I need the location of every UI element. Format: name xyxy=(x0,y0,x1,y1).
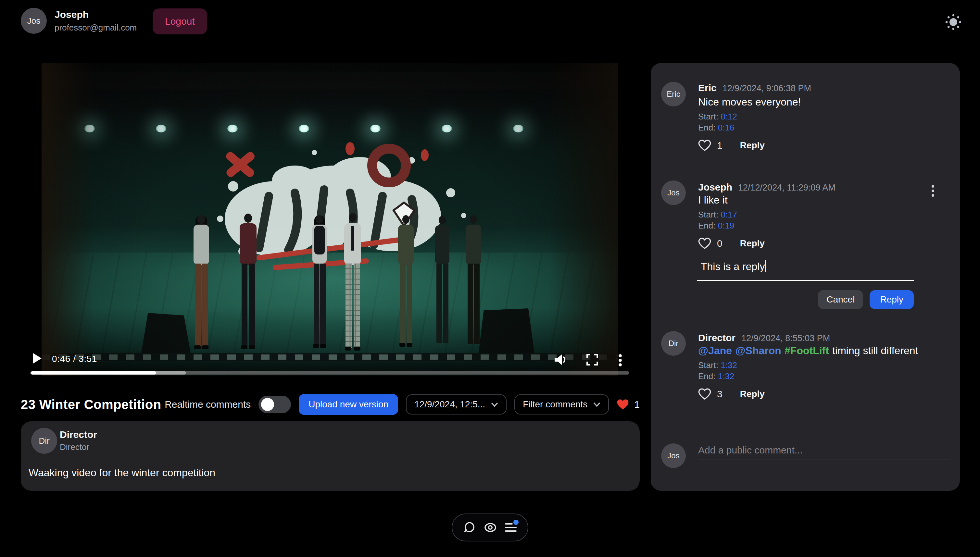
comment-text: I like it xyxy=(698,194,728,206)
realtime-comments-toggle[interactable] xyxy=(258,396,291,413)
cancel-button[interactable]: Cancel xyxy=(818,290,863,309)
comment-like-count: 3 xyxy=(717,389,722,399)
start-time-link[interactable]: 0:12 xyxy=(721,112,737,121)
comment-timestamp: 12/9/2024, 8:55:03 PM xyxy=(741,333,830,343)
comment-reply-button[interactable]: Reply xyxy=(740,238,765,249)
comment-like-button[interactable] xyxy=(698,140,711,151)
video-like-count: 1 xyxy=(634,399,640,410)
volume-button[interactable] xyxy=(554,354,567,365)
reply-actions: Cancel Reply xyxy=(697,290,914,309)
video-toolbar: 23 Winter Competition Realtime comments … xyxy=(21,394,640,415)
end-time-link[interactable]: 0:16 xyxy=(718,123,734,132)
venue-balcony xyxy=(42,72,618,89)
version-dropdown[interactable]: 12/9/2024, 12:5... xyxy=(406,394,507,415)
stage-light xyxy=(442,125,452,132)
comment-like-button[interactable] xyxy=(698,238,711,249)
progress-bar[interactable] xyxy=(31,371,629,375)
theme-toggle-button[interactable] xyxy=(945,14,962,31)
start-time-link[interactable]: 1:32 xyxy=(721,360,737,370)
heart-outline-icon xyxy=(698,388,711,400)
user-avatar: Jos xyxy=(21,8,47,34)
comment-avatar: Dir xyxy=(661,331,686,356)
stage-light xyxy=(299,125,309,132)
play-icon xyxy=(33,353,47,363)
comment-text: @Jane@Sharon#FootLifttiming still differ… xyxy=(698,345,918,357)
user-name: Joseph xyxy=(55,9,89,20)
comment-author: Eric12/9/2024, 9:06:38 PM xyxy=(698,83,811,93)
fullscreen-button[interactable] xyxy=(587,354,598,365)
video-title: 23 Winter Competition xyxy=(21,397,161,412)
settings-list-button[interactable] xyxy=(505,522,517,533)
comment-end-row: End: 0:16 xyxy=(698,123,734,133)
comment-menu-button[interactable] xyxy=(931,184,944,198)
stage-light xyxy=(85,125,95,132)
chat-bubble-icon xyxy=(463,522,475,533)
add-comment-input[interactable] xyxy=(698,441,949,460)
reply-input[interactable]: This is a reply xyxy=(697,256,914,281)
comment-reply-button[interactable]: Reply xyxy=(740,140,765,151)
comments-panel[interactable]: Eric Eric12/9/2024, 9:06:38 PM Nice move… xyxy=(651,63,960,491)
time-display: 0:46 / 3:51 xyxy=(52,354,97,364)
mention-link[interactable]: @Sharon xyxy=(735,345,781,357)
comment-text: Nice moves everyone! xyxy=(698,96,801,108)
heart-outline-icon xyxy=(698,238,711,249)
comment-author: Joseph12/12/2024, 11:29:09 AM xyxy=(698,182,835,193)
description-author: Director xyxy=(60,429,97,440)
footer-toolbar xyxy=(452,513,528,541)
description-text: Waaking video for the winter competition xyxy=(29,467,215,479)
comments-toggle-button[interactable] xyxy=(463,522,475,533)
comment-actions: 1 Reply xyxy=(698,139,765,152)
comment-avatar: Jos xyxy=(661,181,686,205)
upload-new-version-button[interactable]: Upload new version xyxy=(299,394,398,415)
video-like-button[interactable] xyxy=(616,399,629,410)
realtime-comments-label: Realtime comments xyxy=(165,399,251,410)
stage-light xyxy=(513,125,523,132)
chevron-down-icon xyxy=(593,402,600,407)
eye-icon xyxy=(484,522,496,533)
heart-filled-icon xyxy=(616,399,629,410)
mention-link[interactable]: @Jane xyxy=(698,345,732,357)
comment-actions: 0 Reply xyxy=(698,237,765,250)
stage-speaker xyxy=(141,313,191,355)
description-author-role: Director xyxy=(60,442,89,452)
stage-speaker xyxy=(478,308,535,358)
progress-fill xyxy=(31,371,156,375)
start-time-link[interactable]: 0:17 xyxy=(721,210,737,220)
comment-like-button[interactable] xyxy=(698,388,711,400)
comment-start-row: Start: 0:17 xyxy=(698,210,737,220)
comment-end-row: End: 1:32 xyxy=(698,371,734,381)
fullscreen-icon xyxy=(587,354,598,365)
app-root: Jos Joseph professor@gmail.com Logout xyxy=(0,0,980,557)
description-avatar: Dir xyxy=(31,428,57,454)
video-player[interactable]: 0:46 / 3:51 xyxy=(30,63,630,376)
player-menu-button[interactable] xyxy=(618,354,627,367)
notification-dot xyxy=(514,520,519,525)
hashtag-link[interactable]: #FootLift xyxy=(784,345,829,357)
description-card: Dir Director Director Waaking video for … xyxy=(21,421,640,491)
stage-edge xyxy=(42,353,618,361)
stage-light xyxy=(156,125,166,132)
logout-button[interactable]: Logout xyxy=(153,8,207,34)
kebab-icon xyxy=(931,185,944,197)
comment-end-row: End: 0:19 xyxy=(698,221,734,231)
end-time-link[interactable]: 0:19 xyxy=(718,221,734,230)
comment-timestamp: 12/12/2024, 11:29:09 AM xyxy=(738,183,835,192)
comment-reply-button[interactable]: Reply xyxy=(740,389,765,399)
comment-start-row: Start: 1:32 xyxy=(698,360,737,370)
video-frame xyxy=(42,63,618,376)
kebab-icon xyxy=(618,354,627,367)
comment-actions: 3 Reply xyxy=(698,388,765,401)
commenter-avatar: Jos xyxy=(661,443,686,468)
comment-timestamp: 12/9/2024, 9:06:38 PM xyxy=(722,83,811,93)
reply-submit-button[interactable]: Reply xyxy=(869,290,914,309)
stage-light xyxy=(370,125,381,132)
chevron-down-icon xyxy=(491,402,498,407)
filter-comments-dropdown[interactable]: Filter comments xyxy=(514,394,609,415)
comment-like-count: 1 xyxy=(717,140,722,151)
heart-outline-icon xyxy=(698,140,711,151)
end-time-link[interactable]: 1:32 xyxy=(718,371,734,381)
comment-like-count: 0 xyxy=(717,238,722,249)
play-button[interactable] xyxy=(33,352,47,364)
sun-icon xyxy=(945,14,962,31)
visibility-button[interactable] xyxy=(484,522,496,533)
